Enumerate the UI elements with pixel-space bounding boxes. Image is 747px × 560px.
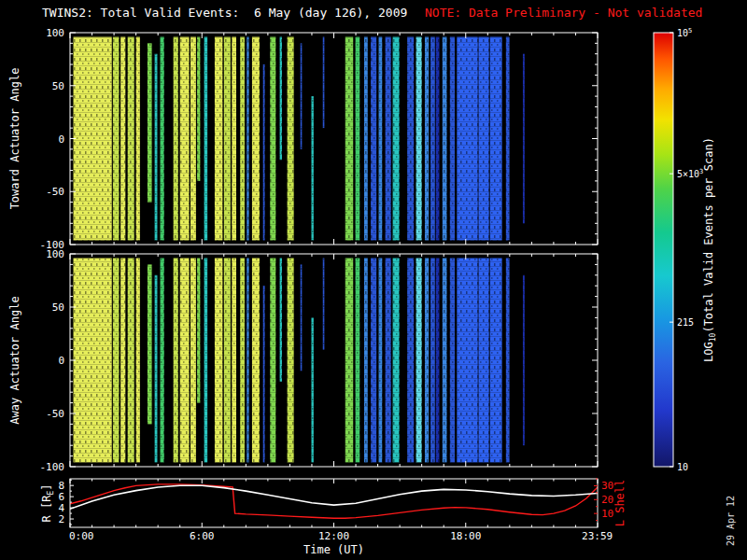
r-tick-label: 4 (58, 502, 64, 514)
colorbar-tick-label: 10 (677, 462, 688, 472)
l-shell-tick-label: 20 (601, 494, 613, 506)
l-shell-curve (70, 484, 598, 518)
plot-window: TWINS2: Total Valid Events: 6 May (day 1… (0, 0, 747, 560)
colorbar: 1055×10321510LOG10(Total Valid Events pe… (654, 27, 717, 472)
chart-title: TWINS2: Total Valid Events: 6 May (day 1… (42, 6, 407, 20)
x-tick-label: 6:00 (190, 530, 215, 542)
y-tick-label: 100 (46, 248, 64, 260)
away-panel: 100500-50-100Away Actuator Angle (8, 248, 598, 473)
y-tick-label: 50 (52, 80, 64, 92)
colorbar-tick-label: 5×103 (677, 168, 703, 179)
l-shell-tick-label: 30 (601, 480, 613, 492)
y-axis-label: Toward Actuator Angle (8, 68, 21, 210)
x-tick-label: 23:59 (582, 530, 613, 542)
colorbar-gradient (654, 33, 673, 467)
r-curve (70, 485, 598, 509)
colorbar-tick-label: 215 (677, 317, 694, 328)
y-axis-label: Away Actuator Angle (8, 296, 21, 424)
r-tick-label: 2 (58, 513, 64, 525)
y-tick-label: 0 (58, 355, 64, 367)
plot-canvas: 100500-50-100Toward Actuator Angle100500… (0, 0, 747, 560)
r-axis-label: R [RE] (40, 484, 55, 523)
date-stamp: 29 Apr 12 (726, 488, 737, 553)
y-tick-label: 0 (58, 133, 64, 146)
x-tick-label: 12:00 (318, 530, 349, 542)
y-tick-label: 50 (52, 301, 64, 314)
r-tick-label: 6 (58, 491, 64, 503)
r-tick-label: 8 (58, 480, 64, 492)
y-tick-label: 100 (46, 27, 64, 39)
l-shell-tick-label: 10 (601, 508, 613, 520)
preliminary-note: NOTE: Data Preliminary - Not validated (425, 6, 702, 20)
x-axis-label: Time (UT) (303, 543, 364, 556)
colorbar-tick-label: 105 (677, 27, 692, 38)
x-tick-label: 18:00 (450, 530, 481, 542)
colorbar-axis-label: LOG10(Total Valid Events per Scan) (702, 137, 717, 362)
y-tick-label: -50 (46, 408, 64, 420)
x-tick-label: 0:00 (69, 530, 94, 542)
panel-frame (70, 479, 598, 527)
y-tick-label: -50 (46, 186, 64, 198)
ephemeris-panel: 2468102030R [RE]L Shell0:006:0012:0018:0… (40, 479, 627, 556)
l-shell-axis-label: L Shell (613, 480, 627, 527)
y-tick-label: -100 (40, 461, 65, 473)
toward-panel: 100500-50-100Toward Actuator Angle (8, 27, 598, 251)
